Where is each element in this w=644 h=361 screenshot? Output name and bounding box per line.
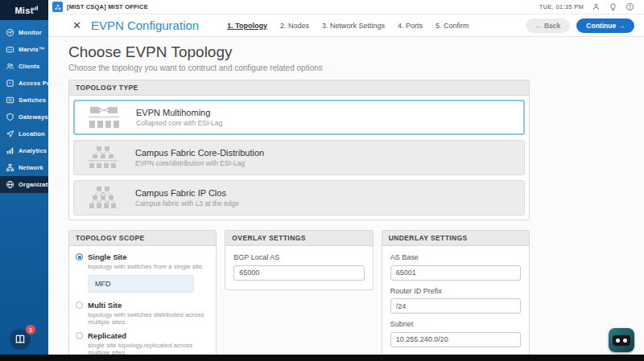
topology-option-desc: Campus fabric with L3 at the edge xyxy=(135,199,239,207)
sidebar-item-clients[interactable]: Clients xyxy=(0,58,48,75)
marvis-chat-button[interactable] xyxy=(609,328,634,352)
continue-button[interactable]: Continue → xyxy=(576,18,634,33)
topbar: [MIST CSQA] MIST OFFICE TUE, 01:35 PM xyxy=(48,0,644,14)
topology-type-panel: TOPOLOGY TYPE EVPN MultihomingCollapsed … xyxy=(68,80,530,220)
sidebar-item-location[interactable]: Location xyxy=(0,125,48,142)
underlay-as-base-label: AS Base xyxy=(390,253,521,261)
help-icon[interactable] xyxy=(625,2,634,11)
wizard-step-5-confirm[interactable]: 5. Confirm xyxy=(436,22,469,30)
sidebar-nav: MonitorMarvis™ClientsAccess PointsSwitch… xyxy=(0,20,48,193)
topology-option-evpn-multihoming[interactable]: EVPN MultihomingCollapsed core with ESI-… xyxy=(73,100,525,135)
gateways-icon xyxy=(6,113,14,121)
wizard-header: ✕ EVPN Configuration 1. Topology2. Nodes… xyxy=(48,14,644,37)
topology-scope-header: TOPOLOGY SCOPE xyxy=(69,231,216,246)
network-icon xyxy=(6,163,14,172)
bottom-strip xyxy=(0,355,644,361)
wizard-step-2-nodes[interactable]: 2. Nodes xyxy=(280,22,309,30)
sidebar-item-label: Access Points xyxy=(19,80,62,87)
topology-type-options: EVPN MultihomingCollapsed core with ESI-… xyxy=(69,96,529,219)
topology-option-desc: EVPN core/distribution with ESI-Lag xyxy=(135,159,264,167)
whats-new-icon[interactable] xyxy=(609,2,617,11)
topology-option-campus-fabric-ip-clos[interactable]: Campus Fabric IP ClosCampus fabric with … xyxy=(73,180,525,215)
campus-fabric-ip-clos-icon xyxy=(85,186,121,210)
topbar-right: TUE, 01:35 PM xyxy=(539,2,634,11)
org-site-icon xyxy=(52,2,63,12)
radio-icon xyxy=(76,302,83,309)
marvis-icon xyxy=(6,45,14,54)
wizard-steps: 1. Topology2. Nodes3. Network Settings4.… xyxy=(227,22,469,30)
sidebar-item-label: Switches xyxy=(19,96,46,104)
underlay-router-id-prefix-label: Router ID Prefix xyxy=(390,287,521,295)
analytics-icon xyxy=(6,146,14,155)
scope-radio-single-site[interactable]: Single Sitetopology with switches from a… xyxy=(76,252,209,295)
clock-label: TUE, 01:35 PM xyxy=(539,3,584,10)
wizard-actions: ← Back Continue → xyxy=(526,18,644,33)
sidebar-item-label: Clients xyxy=(19,63,39,70)
underlay-settings-header: UNDERLAY SETTINGS xyxy=(382,231,529,246)
topology-option-campus-fabric-core-distribution[interactable]: Campus Fabric Core-DistributionEVPN core… xyxy=(73,140,525,175)
sidebar-item-marvis[interactable]: Marvis™ xyxy=(0,41,48,58)
radio-icon xyxy=(76,332,83,339)
overlay-settings-fields: BGP Local AS xyxy=(225,246,372,289)
topology-option-desc: Collapsed core with ESI-Lag xyxy=(136,119,222,127)
overlay-settings-panel: OVERLAY SETTINGS BGP Local AS xyxy=(225,230,373,290)
switches-icon xyxy=(6,96,14,105)
scope-option-desc: single site topology,replicated across m… xyxy=(88,342,209,355)
settings-row: TOPOLOGY SCOPE Single Sitetopology with … xyxy=(68,230,530,355)
topology-type-header: TOPOLOGY TYPE xyxy=(69,80,529,96)
sidebar-item-gateways[interactable]: Gateways xyxy=(0,109,48,125)
sidebar-item-network[interactable]: Network xyxy=(0,159,48,176)
evpn-multihoming-icon xyxy=(86,105,122,129)
scope-radio-replicated[interactable]: Replicatedsingle site topology,replicate… xyxy=(76,331,209,355)
sidebar-item-analytics[interactable]: Analytics xyxy=(0,142,48,159)
topology-option-title: Campus Fabric Core-Distribution xyxy=(135,148,264,158)
scope-option-label: Multi Site xyxy=(88,301,209,310)
sidebar-item-label: Analytics xyxy=(19,147,47,154)
topology-scope-options: Single Sitetopology with switches from a… xyxy=(69,246,216,355)
account-icon[interactable] xyxy=(592,2,601,11)
access-points-icon xyxy=(6,79,14,88)
wizard-step-4-ports[interactable]: 4. Ports xyxy=(398,22,423,30)
main-content: Choose EVPN Topology Choose the topology… xyxy=(48,37,644,355)
mist-logo-bars-icon xyxy=(31,2,38,12)
scope-option-desc: topology with switches distributed acros… xyxy=(88,311,209,326)
marvis-robot-icon xyxy=(613,335,630,346)
sidebar-item-switches[interactable]: Switches xyxy=(0,92,48,109)
scope-radio-multi-site[interactable]: Multi Sitetopology with switches distrib… xyxy=(76,301,209,326)
scope-option-label: Replicated xyxy=(88,331,209,340)
sidebar-item-label: Network xyxy=(19,164,43,171)
organization-icon xyxy=(6,180,14,189)
site-select[interactable]: MFD xyxy=(88,275,194,293)
topology-option-title: EVPN Multihoming xyxy=(136,108,222,117)
documentation-button[interactable]: 3 xyxy=(10,329,31,350)
notification-badge: 3 xyxy=(26,325,35,334)
sidebar-item-access-points[interactable]: Access Points xyxy=(0,75,48,92)
wizard-title: EVPN Configuration xyxy=(91,18,199,32)
mist-logo[interactable]: Mist xyxy=(0,0,48,20)
wizard-step-1-topology[interactable]: 1. Topology xyxy=(227,22,267,30)
overlay-bgp-local-as-label: BGP Local AS xyxy=(233,253,364,261)
sidebar-item-monitor[interactable]: Monitor xyxy=(0,24,48,41)
underlay-router-id-prefix-input[interactable] xyxy=(390,298,521,314)
org-selector[interactable]: [MIST CSQA] MIST OFFICE xyxy=(51,1,153,13)
sidebar-item-label: Gateways xyxy=(19,113,48,121)
page-subtitle: Choose the topology you want to contruct… xyxy=(68,64,644,72)
back-button[interactable]: ← Back xyxy=(526,18,570,33)
sidebar: Mist MonitorMarvis™ClientsAccess PointsS… xyxy=(0,0,48,355)
underlay-as-base-input[interactable] xyxy=(390,265,521,281)
underlay-subnet-input[interactable] xyxy=(390,332,521,347)
location-icon xyxy=(6,129,14,138)
sidebar-item-organization[interactable]: Organization xyxy=(0,176,48,193)
open-book-icon xyxy=(14,334,26,345)
overlay-bgp-local-as-input[interactable] xyxy=(233,265,364,281)
close-icon[interactable]: ✕ xyxy=(72,20,81,31)
sidebar-item-label: Monitor xyxy=(19,29,42,36)
scope-option-label: Single Site xyxy=(88,252,202,261)
monitor-icon xyxy=(6,28,14,37)
underlay-settings-panel: UNDERLAY SETTINGS AS BaseRouter ID Prefi… xyxy=(382,230,530,355)
wizard-step-3-network-settings[interactable]: 3. Network Settings xyxy=(322,22,385,30)
org-label: [MIST CSQA] MIST OFFICE xyxy=(67,3,148,10)
clients-icon xyxy=(6,62,14,71)
sidebar-item-label: Location xyxy=(19,130,45,137)
topology-scope-panel: TOPOLOGY SCOPE Single Sitetopology with … xyxy=(68,230,217,355)
